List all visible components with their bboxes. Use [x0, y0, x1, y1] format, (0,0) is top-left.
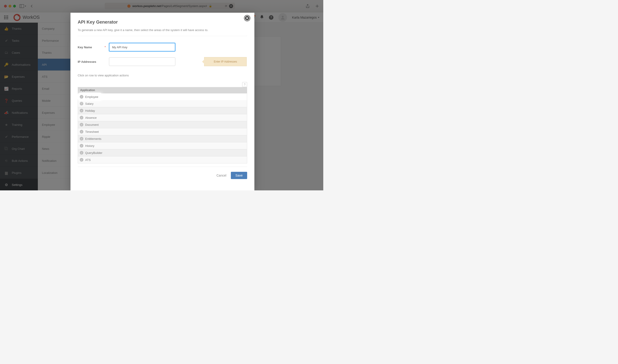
key-name-input[interactable] — [109, 43, 175, 52]
check-circle-icon: ✓ — [80, 95, 83, 99]
check-circle-icon: ✓ — [80, 109, 83, 112]
modal-description: To generate a new API key, give it a nam… — [78, 28, 247, 32]
api-key-generator-modal: API Key Generator To generate a new API … — [70, 13, 254, 190]
application-row-ats[interactable]: ✓ATS — [78, 156, 247, 163]
check-circle-icon: ✓ — [80, 158, 83, 162]
check-circle-icon: ✓ — [80, 130, 83, 133]
application-label: History — [85, 144, 94, 148]
application-label: ATS — [85, 158, 91, 162]
application-row-absence[interactable]: ✓Absence — [78, 114, 247, 121]
application-row-document[interactable]: ✓Document — [78, 121, 247, 128]
application-label: Document — [85, 123, 99, 127]
key-name-label: Key Name — [78, 46, 92, 49]
check-circle-icon: ✓ — [80, 102, 83, 105]
application-label: Salary — [85, 102, 94, 105]
application-label: Employee — [85, 95, 98, 99]
cancel-button[interactable]: Cancel — [216, 174, 226, 177]
ip-addresses-row: IP Addresses Enter IP Addresses — [78, 57, 247, 66]
application-row-history[interactable]: ✓History — [78, 142, 247, 149]
required-asterisk: * — [105, 45, 106, 49]
application-label: Timesheet — [85, 130, 99, 133]
application-label: Absence — [85, 116, 97, 119]
check-circle-icon: ✓ — [80, 123, 83, 127]
ip-addresses-label: IP Addresses — [78, 60, 109, 64]
check-circle-icon: ✓ — [80, 144, 83, 148]
check-circle-icon: ✓ — [80, 116, 83, 119]
applications-table-header: Application — [78, 87, 247, 93]
applications-table: Application ✓Employee✓Salary✓Holiday✓Abs… — [78, 87, 247, 163]
ip-addresses-input[interactable] — [109, 57, 175, 66]
save-button[interactable]: Save — [231, 172, 247, 179]
application-row-holiday[interactable]: ✓Holiday — [78, 107, 247, 114]
application-row-employee[interactable]: ✓Employee — [78, 94, 103, 100]
check-circle-icon: ✓ — [80, 137, 83, 141]
table-help-button[interactable]: ? — [242, 82, 247, 87]
application-row-timesheet[interactable]: ✓Timesheet — [78, 128, 247, 135]
application-label: Holiday — [85, 109, 95, 112]
application-label: QueryBuilder — [85, 151, 103, 155]
application-row-salary[interactable]: ✓Salary — [78, 100, 247, 107]
application-row-entitlements[interactable]: ✓Entitlements — [78, 135, 247, 142]
ip-tooltip-text: Enter IP Addresses — [214, 60, 237, 63]
application-label: Entitlements — [85, 137, 102, 141]
modal-title: API Key Generator — [78, 19, 247, 25]
check-circle-icon: ✓ — [80, 151, 83, 155]
ip-tooltip: Enter IP Addresses — [204, 57, 247, 66]
key-name-row: Key Name * — [76, 41, 247, 53]
modal-close-button[interactable] — [245, 15, 250, 21]
application-hint: Click on row to view application actions — [78, 74, 247, 77]
application-row-querybuilder[interactable]: ✓QueryBuilder — [78, 149, 247, 156]
modal-footer: Cancel Save — [78, 167, 247, 179]
